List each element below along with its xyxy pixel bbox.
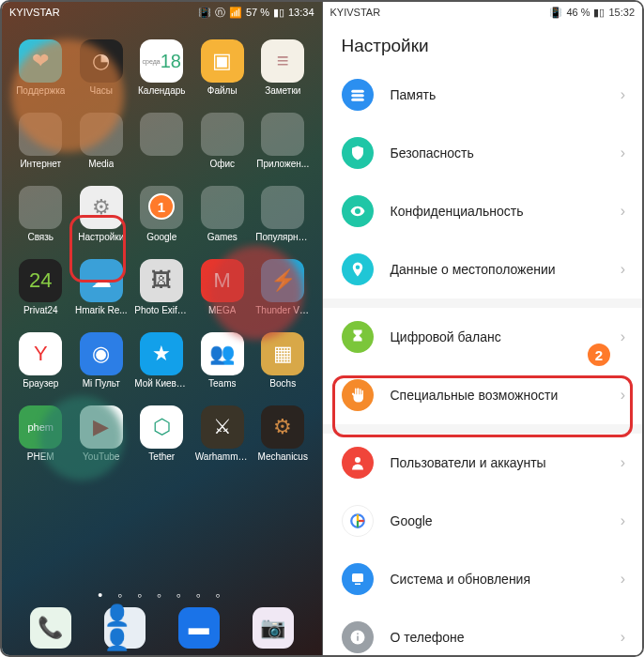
system-icon: [342, 563, 374, 595]
setting-info[interactable]: О телефоне›: [323, 608, 643, 655]
app-браузер[interactable]: YБраузер: [13, 332, 69, 389]
user-icon: [342, 447, 374, 479]
carrier-label: KYIVSTAR: [330, 7, 381, 18]
hand-icon: [342, 379, 374, 411]
app-icon: [140, 113, 183, 156]
chevron-right-icon: ›: [621, 86, 625, 103]
svg-point-3: [355, 457, 360, 463]
app-label: Заметки: [265, 85, 300, 96]
annotation-badge-1: 1: [148, 193, 175, 220]
svg-rect-9: [357, 634, 359, 635]
app-label: Games: [207, 232, 238, 242]
app-icon: ⚙: [261, 405, 304, 449]
dock-app[interactable]: 📷: [253, 607, 294, 649]
svg-rect-8: [357, 636, 359, 641]
setting-label: Данные о местоположении: [391, 262, 621, 277]
app-mechanicus[interactable]: ⚙Mechanicus: [255, 405, 311, 462]
svg-rect-1: [351, 94, 364, 97]
app-privat24[interactable]: 24Privat24: [13, 259, 69, 315]
setting-user[interactable]: Пользователи и аккаунты›: [323, 434, 643, 492]
app-label: Hmarik Re...: [75, 305, 128, 315]
svg-rect-6: [355, 584, 360, 586]
app-icon: Y: [19, 332, 62, 375]
app-mi-пульт[interactable]: ◉Mi Пульт: [74, 332, 130, 389]
app-icon: ◉: [80, 332, 123, 375]
app-icon: ⚔: [201, 405, 244, 449]
vibrate-icon: 📳: [549, 7, 562, 19]
battery-label: 57 %: [246, 7, 269, 18]
setting-label: Память: [391, 87, 621, 102]
setting-label: О телефоне: [391, 630, 621, 645]
chevron-right-icon: ›: [621, 203, 625, 220]
chevron-right-icon: ›: [621, 145, 625, 161]
setting-shield[interactable]: Безопасность›: [323, 124, 643, 182]
app-bochs[interactable]: ▦Bochs: [255, 332, 311, 389]
app-icon: [261, 113, 304, 156]
svg-rect-2: [351, 99, 364, 101]
app-icon: ⚙: [80, 186, 123, 229]
app-связь[interactable]: Связь: [13, 186, 69, 242]
app-warhammer-[interactable]: ⚔Warhammer...: [195, 405, 251, 462]
dock-app[interactable]: 👤👤: [104, 607, 146, 649]
svg-rect-5: [352, 573, 363, 582]
battery-icon: ▮▯: [273, 7, 284, 19]
setting-pin[interactable]: Данные о местоположении›: [323, 240, 643, 298]
chevron-right-icon: ›: [621, 387, 625, 404]
setting-hand[interactable]: Специальные возможности›: [323, 366, 643, 424]
app-мой-киевст-[interactable]: ★Мой Киевст...: [134, 332, 190, 389]
app-label: Google: [146, 232, 176, 242]
app-label: Media: [88, 159, 114, 169]
battery-icon: ▮▯: [593, 7, 605, 19]
setting-storage[interactable]: Память›: [323, 66, 643, 124]
setting-google[interactable]: Google›: [323, 492, 643, 550]
chevron-right-icon: ›: [621, 571, 625, 588]
app-label: Photo Exif E...: [134, 305, 189, 315]
app-photo-exif-e-[interactable]: 🖼Photo Exif E...: [134, 259, 190, 315]
app-label: Файлы: [207, 85, 238, 96]
page-indicator[interactable]: • ◦ ◦ ◦ ◦ ◦ ◦: [2, 588, 322, 603]
app-hmarik-re-[interactable]: ☁Hmarik Re...: [74, 259, 130, 315]
info-icon: [342, 621, 374, 653]
dock-app[interactable]: 📞: [30, 607, 71, 649]
setting-label: Google: [391, 513, 621, 528]
app-приложен-[interactable]: Приложен...: [255, 113, 311, 169]
setting-eye[interactable]: Конфиденциальность›: [323, 182, 643, 240]
app-icon: ▦: [261, 332, 304, 375]
app-настройки[interactable]: ⚙Настройки: [74, 186, 130, 242]
app-icon: ⬡: [140, 405, 183, 449]
app-label: Настройки: [78, 232, 124, 242]
app-офис[interactable]: Офис: [195, 113, 251, 169]
app-календарь[interactable]: среда18Календарь: [134, 39, 190, 96]
app-label: Офис: [209, 159, 235, 169]
app-заметки[interactable]: ≡Заметки: [255, 39, 311, 96]
eye-icon: [342, 195, 374, 227]
app-folder[interactable]: [134, 113, 190, 169]
chevron-right-icon: ›: [621, 454, 625, 471]
app-icon: ★: [140, 332, 183, 375]
app-icon: ☁: [80, 259, 123, 302]
app-файлы[interactable]: ▣Файлы: [195, 39, 251, 96]
setting-system[interactable]: Система и обновления›: [323, 550, 643, 608]
carrier-label: KYIVSTAR: [9, 7, 60, 18]
chevron-right-icon: ›: [621, 629, 625, 646]
pin-icon: [342, 253, 374, 285]
app-label: Bochs: [269, 378, 296, 389]
storage-icon: [342, 79, 374, 111]
setting-label: Безопасность: [391, 145, 621, 160]
app-популярные[interactable]: Популярные: [255, 186, 311, 242]
shield-icon: [342, 137, 374, 169]
app-games[interactable]: Games: [195, 186, 251, 242]
app-icon: [201, 186, 244, 229]
app-teams[interactable]: 👥Teams: [195, 332, 251, 389]
dock: 📞👤👤▬📷: [2, 604, 322, 651]
app-icon: ≡: [261, 39, 304, 83]
app-icon: ▣: [201, 39, 244, 83]
chevron-right-icon: ›: [621, 261, 625, 278]
settings-screen: KYIVSTAR 📳 46 % ▮▯ 15:32 Настройки Памят…: [323, 2, 643, 655]
clock-label: 13:34: [288, 7, 314, 18]
vibrate-icon: 📳: [198, 7, 211, 19]
setting-label: Специальные возможности: [391, 388, 621, 403]
app-tether[interactable]: ⬡Tether: [134, 405, 190, 462]
hourglass-icon: [342, 321, 374, 353]
dock-app[interactable]: ▬: [178, 607, 220, 649]
